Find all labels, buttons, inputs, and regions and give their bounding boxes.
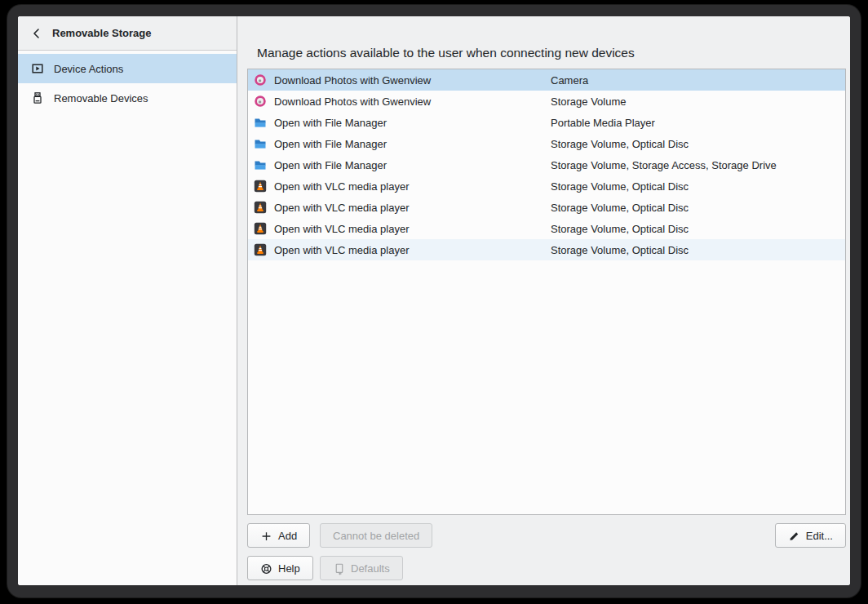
- device-actions-icon: [31, 62, 44, 75]
- screen: Removable Storage Device Actions Removab…: [0, 0, 868, 604]
- action-label: Open with File Manager: [274, 138, 387, 150]
- sidebar-item-device-actions[interactable]: Device Actions: [18, 54, 237, 83]
- action-cell: Open with VLC media player: [248, 180, 551, 193]
- action-label: Open with VLC media player: [274, 202, 409, 214]
- main-pane: Manage actions available to the user whe…: [237, 16, 850, 585]
- action-label: Download Photos with Gwenview: [274, 95, 431, 108]
- device-types-cell: Storage Volume, Optical Disc: [551, 244, 845, 256]
- settings-window: Removable Storage Device Actions Removab…: [18, 16, 850, 585]
- device-types-cell: Storage Volume, Optical Disc: [551, 180, 845, 193]
- vlc-icon: [254, 222, 267, 235]
- sidebar: Removable Storage Device Actions Removab…: [18, 16, 237, 585]
- action-list-row[interactable]: Open with VLC media player Storage Volum…: [248, 197, 845, 218]
- action-cell: Open with File Manager: [248, 158, 551, 171]
- device-types-cell: Camera: [551, 74, 845, 87]
- plus-icon: [260, 530, 272, 542]
- device-types-cell: Storage Volume, Optical Disc: [551, 138, 845, 150]
- device-types-cell: Storage Volume: [551, 95, 845, 108]
- sidebar-list: Device Actions Removable Devices: [18, 51, 237, 113]
- device-types-cell: Storage Volume, Optical Disc: [551, 202, 845, 214]
- edit-button[interactable]: Edit...: [775, 523, 846, 548]
- pencil-icon: [788, 530, 800, 542]
- sidebar-title: Removable Storage: [52, 27, 151, 39]
- action-list-row[interactable]: Download Photos with Gwenview Storage Vo…: [248, 91, 845, 112]
- defaults-revert-icon: [333, 562, 345, 575]
- sidebar-item-label: Device Actions: [54, 63, 123, 75]
- action-cell: Download Photos with Gwenview: [248, 73, 551, 87]
- page-title: Manage actions available to the user whe…: [257, 46, 635, 60]
- action-label: Open with VLC media player: [274, 180, 409, 193]
- help-lifering-icon: [260, 562, 272, 575]
- gwenview-icon: [254, 73, 267, 87]
- device-types-cell: Portable Media Player: [551, 117, 845, 129]
- device-types-cell: Storage Volume, Optical Disc: [551, 223, 845, 235]
- action-cell: Open with VLC media player: [248, 222, 551, 235]
- cannot-be-deleted-button[interactable]: Cannot be deleted: [320, 523, 432, 548]
- gwenview-icon: [254, 95, 267, 108]
- vlc-icon: [254, 201, 267, 214]
- action-label: Open with File Manager: [274, 159, 387, 171]
- back-button[interactable]: [29, 26, 44, 41]
- action-label: Open with VLC media player: [274, 223, 409, 235]
- action-cell: Open with File Manager: [248, 137, 551, 150]
- edit-button-label: Edit...: [806, 530, 833, 542]
- vlc-icon: [254, 243, 267, 256]
- add-button-label: Add: [278, 530, 297, 542]
- sidebar-header: Removable Storage: [18, 16, 237, 51]
- action-list-row[interactable]: Open with File Manager Storage Volume, O…: [248, 133, 845, 154]
- action-cell: Download Photos with Gwenview: [248, 95, 551, 108]
- defaults-button[interactable]: Defaults: [320, 556, 403, 580]
- vlc-icon: [254, 180, 267, 193]
- action-list-row[interactable]: Open with File Manager Portable Media Pl…: [248, 112, 845, 133]
- action-cell: Open with VLC media player: [248, 201, 551, 214]
- file-manager-icon: [254, 137, 267, 150]
- action-list-row[interactable]: Open with VLC media player Storage Volum…: [248, 175, 845, 197]
- help-button-label: Help: [278, 562, 300, 575]
- action-list-row[interactable]: Open with VLC media player Storage Volum…: [248, 239, 845, 260]
- file-manager-icon: [254, 158, 267, 171]
- add-button[interactable]: Add: [247, 523, 310, 548]
- removable-devices-icon: [31, 91, 44, 104]
- device-actions-list[interactable]: Download Photos with Gwenview Camera Dow…: [247, 69, 846, 515]
- action-cell: Open with VLC media player: [248, 243, 551, 256]
- window-frame: Removable Storage Device Actions Removab…: [7, 5, 861, 597]
- action-list-row[interactable]: Open with File Manager Storage Volume, S…: [248, 154, 845, 175]
- action-list-row[interactable]: Download Photos with Gwenview Camera: [248, 69, 845, 91]
- defaults-button-label: Defaults: [351, 562, 390, 575]
- cannot-be-deleted-label: Cannot be deleted: [333, 530, 419, 542]
- file-manager-icon: [254, 116, 267, 129]
- back-chevron-icon: [30, 27, 43, 40]
- sidebar-item-removable-devices[interactable]: Removable Devices: [18, 83, 237, 113]
- device-actions-rows: Download Photos with Gwenview Camera Dow…: [248, 69, 845, 260]
- help-button[interactable]: Help: [247, 556, 313, 580]
- sidebar-item-label: Removable Devices: [54, 92, 148, 104]
- action-label: Open with File Manager: [274, 117, 387, 129]
- action-label: Download Photos with Gwenview: [274, 74, 431, 87]
- device-types-cell: Storage Volume, Storage Access, Storage …: [551, 159, 845, 171]
- action-cell: Open with File Manager: [248, 116, 551, 129]
- action-list-row[interactable]: Open with VLC media player Storage Volum…: [248, 218, 845, 239]
- action-label: Open with VLC media player: [274, 244, 409, 256]
